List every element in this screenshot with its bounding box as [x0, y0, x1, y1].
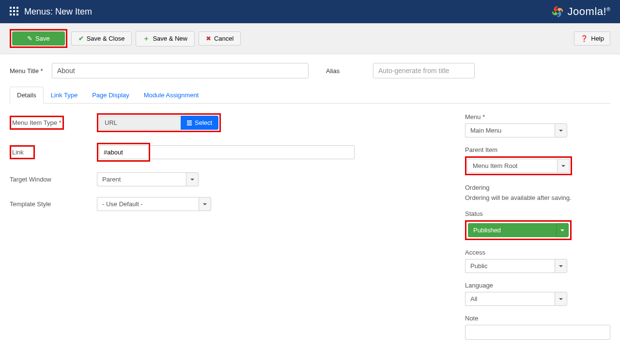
cancel-button[interactable]: ✖ Cancel — [199, 31, 241, 46]
cancel-label: Cancel — [214, 35, 233, 42]
menu-item-type-value: URL — [99, 116, 181, 130]
save-label: Save — [35, 35, 50, 42]
note-input[interactable] — [465, 325, 610, 340]
svg-rect-7 — [13, 14, 15, 15]
chevron-down-icon — [199, 197, 211, 211]
target-window-value: Parent — [97, 172, 186, 186]
status-highlight: Published — [465, 220, 572, 240]
tab-module-assignment[interactable]: Module Assignment — [137, 87, 206, 104]
link-label-wrap: Link — [10, 145, 97, 159]
template-style-label: Template Style — [10, 200, 97, 208]
toolbar-left: ✎ Save ✔ Save & Close ＋ Save & New ✖ Can… — [10, 29, 241, 48]
top-header: Menus: New Item Joomla!® — [0, 0, 620, 23]
form-columns: Menu Item Type * URL Select Link — [10, 113, 610, 349]
target-window-dropdown[interactable]: Parent — [97, 172, 199, 186]
access-value: Public — [465, 259, 555, 273]
target-window-label: Target Window — [10, 176, 97, 183]
note-group: Note — [465, 315, 610, 340]
tab-link-type[interactable]: Link Type — [44, 87, 85, 104]
menu-label: Menu * — [465, 113, 610, 121]
chevron-down-icon — [186, 172, 199, 186]
link-input-group — [97, 143, 355, 162]
status-value: Published — [468, 223, 556, 237]
svg-rect-4 — [13, 10, 15, 12]
svg-rect-6 — [10, 14, 12, 15]
menu-item-type-row: Menu Item Type * URL Select — [10, 113, 455, 132]
language-label: Language — [465, 282, 610, 289]
language-group: Language All — [465, 282, 610, 306]
menu-group: Menu * Main Menu — [465, 113, 610, 137]
ordering-group: Ordering Ordering will be available afte… — [465, 184, 610, 201]
menu-item-type-highlight: URL Select — [97, 113, 221, 132]
joomla-logo-icon — [550, 4, 565, 19]
svg-rect-1 — [13, 7, 15, 9]
chevron-down-icon — [556, 223, 569, 237]
help-button[interactable]: ❓ Help — [574, 31, 610, 46]
save-new-button[interactable]: ＋ Save & New — [136, 31, 195, 46]
save-button[interactable]: ✎ Save — [12, 31, 65, 46]
toolbar-right: ❓ Help — [574, 31, 610, 46]
plus-icon: ＋ — [143, 34, 150, 43]
logo-text: Joomla!® — [568, 5, 610, 18]
alias-input[interactable] — [373, 63, 475, 78]
template-style-dropdown[interactable]: - Use Default - — [97, 197, 211, 211]
right-column: Menu * Main Menu Parent Item Menu Item R… — [465, 113, 610, 349]
link-input[interactable] — [99, 145, 148, 159]
parent-group: Parent Item Menu Item Root — [465, 146, 610, 175]
select-type-button[interactable]: Select — [181, 116, 218, 130]
status-dropdown[interactable]: Published — [468, 223, 569, 237]
menu-item-type-label-wrap: Menu Item Type * — [10, 116, 97, 130]
menu-dropdown[interactable]: Main Menu — [465, 123, 567, 137]
parent-label: Parent Item — [465, 146, 610, 153]
parent-dropdown[interactable]: Menu Item Root — [467, 159, 570, 173]
grid-icon[interactable] — [10, 7, 18, 17]
template-style-row: Template Style - Use Default - — [10, 197, 455, 211]
ordering-label: Ordering — [465, 184, 610, 191]
link-row: Link — [10, 143, 455, 162]
content-area: Menu Title * Alias Details Link Type Pag… — [0, 54, 620, 357]
left-column: Menu Item Type * URL Select Link — [10, 113, 455, 349]
tab-page-display[interactable]: Page Display — [85, 87, 137, 104]
link-input-rest[interactable] — [150, 145, 355, 159]
tab-details[interactable]: Details — [10, 87, 44, 104]
list-icon — [187, 121, 192, 125]
alias-label: Alias — [326, 67, 362, 75]
help-label: Help — [591, 35, 604, 42]
cancel-icon: ✖ — [206, 35, 211, 42]
page-title: Menus: New Item — [24, 7, 92, 17]
menu-item-type-label: Menu Item Type * — [10, 116, 64, 130]
note-label: Note — [465, 315, 610, 322]
access-label: Access — [465, 249, 610, 256]
chevron-down-icon — [557, 159, 570, 173]
link-highlight — [97, 143, 150, 162]
menu-title-input[interactable] — [52, 63, 309, 78]
svg-rect-2 — [16, 7, 18, 9]
access-group: Access Public — [465, 249, 610, 273]
svg-rect-3 — [10, 10, 12, 12]
svg-rect-0 — [10, 7, 12, 9]
chevron-down-icon — [555, 259, 567, 273]
language-value: All — [465, 292, 555, 306]
menu-value: Main Menu — [465, 123, 555, 137]
header-left: Menus: New Item — [10, 7, 92, 17]
template-style-value: - Use Default - — [97, 197, 199, 211]
save-highlight: ✎ Save — [10, 29, 67, 48]
target-window-row: Target Window Parent — [10, 172, 455, 186]
access-dropdown[interactable]: Public — [465, 259, 567, 273]
action-toolbar: ✎ Save ✔ Save & Close ＋ Save & New ✖ Can… — [0, 23, 620, 54]
select-btn-label: Select — [195, 119, 212, 126]
svg-rect-5 — [16, 10, 18, 12]
chevron-down-icon — [555, 123, 567, 137]
status-label: Status — [465, 210, 610, 217]
save-close-button[interactable]: ✔ Save & Close — [71, 31, 132, 46]
pencil-icon: ✎ — [27, 35, 32, 42]
joomla-logo: Joomla!® — [550, 4, 610, 19]
svg-rect-8 — [16, 14, 18, 15]
parent-value: Menu Item Root — [467, 159, 557, 173]
check-icon: ✔ — [78, 35, 84, 42]
parent-highlight: Menu Item Root — [465, 156, 572, 175]
link-label: Link — [10, 145, 35, 159]
save-new-label: Save & New — [153, 35, 187, 42]
question-icon: ❓ — [580, 35, 588, 42]
language-dropdown[interactable]: All — [465, 292, 567, 306]
